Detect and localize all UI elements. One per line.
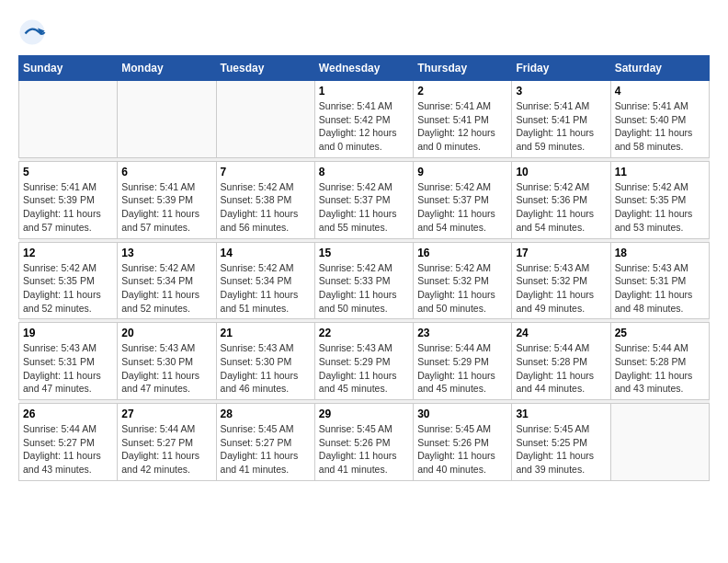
logo-icon bbox=[18, 18, 46, 46]
calendar-cell bbox=[216, 81, 314, 158]
day-number: 5 bbox=[23, 166, 113, 178]
page-header bbox=[18, 18, 710, 46]
calendar-header-tuesday: Tuesday bbox=[216, 56, 314, 81]
calendar-header-friday: Friday bbox=[512, 56, 610, 81]
day-info: Sunrise: 5:41 AM Sunset: 5:41 PM Dayligh… bbox=[417, 99, 507, 154]
calendar-table: SundayMondayTuesdayWednesdayThursdayFrid… bbox=[18, 55, 710, 481]
day-info: Sunrise: 5:42 AM Sunset: 5:38 PM Dayligh… bbox=[221, 180, 311, 235]
day-info: Sunrise: 5:44 AM Sunset: 5:29 PM Dayligh… bbox=[417, 341, 507, 396]
calendar-cell: 16Sunrise: 5:42 AM Sunset: 5:32 PM Dayli… bbox=[414, 242, 512, 319]
day-number: 15 bbox=[319, 247, 409, 259]
day-number: 9 bbox=[417, 166, 507, 178]
day-number: 7 bbox=[221, 166, 311, 178]
calendar-cell: 10Sunrise: 5:42 AM Sunset: 5:36 PM Dayli… bbox=[512, 161, 610, 238]
calendar-cell: 28Sunrise: 5:45 AM Sunset: 5:27 PM Dayli… bbox=[216, 404, 314, 481]
day-number: 22 bbox=[319, 327, 409, 339]
calendar-cell: 8Sunrise: 5:42 AM Sunset: 5:37 PM Daylig… bbox=[314, 161, 413, 238]
day-info: Sunrise: 5:44 AM Sunset: 5:27 PM Dayligh… bbox=[121, 422, 211, 477]
calendar-header-sunday: Sunday bbox=[19, 56, 118, 81]
calendar-cell: 7Sunrise: 5:42 AM Sunset: 5:38 PM Daylig… bbox=[216, 161, 314, 238]
calendar-header-saturday: Saturday bbox=[610, 56, 709, 81]
day-info: Sunrise: 5:44 AM Sunset: 5:28 PM Dayligh… bbox=[615, 341, 705, 396]
day-info: Sunrise: 5:42 AM Sunset: 5:33 PM Dayligh… bbox=[319, 261, 409, 316]
calendar-cell: 13Sunrise: 5:42 AM Sunset: 5:34 PM Dayli… bbox=[118, 242, 216, 319]
calendar-cell: 3Sunrise: 5:41 AM Sunset: 5:41 PM Daylig… bbox=[512, 81, 610, 158]
day-info: Sunrise: 5:45 AM Sunset: 5:27 PM Dayligh… bbox=[221, 422, 311, 477]
day-number: 19 bbox=[23, 327, 113, 339]
calendar-cell: 6Sunrise: 5:41 AM Sunset: 5:39 PM Daylig… bbox=[118, 161, 216, 238]
day-number: 13 bbox=[121, 247, 211, 259]
day-number: 8 bbox=[319, 166, 409, 178]
day-info: Sunrise: 5:42 AM Sunset: 5:37 PM Dayligh… bbox=[417, 180, 507, 235]
day-number: 6 bbox=[121, 166, 211, 178]
calendar-cell: 4Sunrise: 5:41 AM Sunset: 5:40 PM Daylig… bbox=[610, 81, 709, 158]
calendar-header-row: SundayMondayTuesdayWednesdayThursdayFrid… bbox=[19, 56, 710, 81]
day-number: 27 bbox=[121, 408, 211, 420]
calendar-cell: 20Sunrise: 5:43 AM Sunset: 5:30 PM Dayli… bbox=[118, 323, 216, 400]
day-number: 11 bbox=[615, 166, 705, 178]
day-info: Sunrise: 5:41 AM Sunset: 5:40 PM Dayligh… bbox=[615, 99, 705, 154]
calendar-cell: 21Sunrise: 5:43 AM Sunset: 5:30 PM Dayli… bbox=[216, 323, 314, 400]
day-info: Sunrise: 5:44 AM Sunset: 5:28 PM Dayligh… bbox=[516, 341, 606, 396]
calendar-cell bbox=[118, 81, 216, 158]
day-info: Sunrise: 5:43 AM Sunset: 5:31 PM Dayligh… bbox=[23, 341, 113, 396]
day-info: Sunrise: 5:45 AM Sunset: 5:26 PM Dayligh… bbox=[417, 422, 507, 477]
day-info: Sunrise: 5:45 AM Sunset: 5:26 PM Dayligh… bbox=[319, 422, 409, 477]
calendar-cell: 24Sunrise: 5:44 AM Sunset: 5:28 PM Dayli… bbox=[512, 323, 610, 400]
day-info: Sunrise: 5:42 AM Sunset: 5:37 PM Dayligh… bbox=[319, 180, 409, 235]
calendar-cell: 11Sunrise: 5:42 AM Sunset: 5:35 PM Dayli… bbox=[610, 161, 709, 238]
day-number: 12 bbox=[23, 247, 113, 259]
day-info: Sunrise: 5:43 AM Sunset: 5:30 PM Dayligh… bbox=[121, 341, 211, 396]
day-number: 3 bbox=[516, 85, 606, 98]
day-info: Sunrise: 5:42 AM Sunset: 5:32 PM Dayligh… bbox=[417, 261, 507, 316]
day-info: Sunrise: 5:41 AM Sunset: 5:41 PM Dayligh… bbox=[516, 99, 606, 154]
day-number: 30 bbox=[417, 408, 507, 420]
day-info: Sunrise: 5:42 AM Sunset: 5:35 PM Dayligh… bbox=[615, 180, 705, 235]
day-info: Sunrise: 5:41 AM Sunset: 5:39 PM Dayligh… bbox=[23, 180, 113, 235]
calendar-week-row: 19Sunrise: 5:43 AM Sunset: 5:31 PM Dayli… bbox=[19, 323, 710, 400]
day-info: Sunrise: 5:43 AM Sunset: 5:31 PM Dayligh… bbox=[615, 261, 705, 316]
day-number: 28 bbox=[221, 408, 311, 420]
calendar-cell: 22Sunrise: 5:43 AM Sunset: 5:29 PM Dayli… bbox=[314, 323, 413, 400]
calendar-cell: 5Sunrise: 5:41 AM Sunset: 5:39 PM Daylig… bbox=[19, 161, 118, 238]
day-info: Sunrise: 5:41 AM Sunset: 5:39 PM Dayligh… bbox=[121, 180, 211, 235]
day-number: 31 bbox=[516, 408, 606, 420]
calendar-week-row: 5Sunrise: 5:41 AM Sunset: 5:39 PM Daylig… bbox=[19, 161, 710, 238]
calendar-cell: 12Sunrise: 5:42 AM Sunset: 5:35 PM Dayli… bbox=[19, 242, 118, 319]
calendar-cell: 1Sunrise: 5:41 AM Sunset: 5:42 PM Daylig… bbox=[314, 81, 413, 158]
day-number: 26 bbox=[23, 408, 113, 420]
day-number: 23 bbox=[417, 327, 507, 339]
calendar-cell: 19Sunrise: 5:43 AM Sunset: 5:31 PM Dayli… bbox=[19, 323, 118, 400]
calendar-cell: 27Sunrise: 5:44 AM Sunset: 5:27 PM Dayli… bbox=[118, 404, 216, 481]
day-number: 14 bbox=[221, 247, 311, 259]
day-number: 16 bbox=[417, 247, 507, 259]
day-number: 24 bbox=[516, 327, 606, 339]
calendar-cell: 2Sunrise: 5:41 AM Sunset: 5:41 PM Daylig… bbox=[414, 81, 512, 158]
calendar-cell: 15Sunrise: 5:42 AM Sunset: 5:33 PM Dayli… bbox=[314, 242, 413, 319]
calendar-cell: 23Sunrise: 5:44 AM Sunset: 5:29 PM Dayli… bbox=[414, 323, 512, 400]
day-info: Sunrise: 5:42 AM Sunset: 5:35 PM Dayligh… bbox=[23, 261, 113, 316]
logo bbox=[18, 18, 50, 46]
calendar-header-wednesday: Wednesday bbox=[314, 56, 413, 81]
calendar-cell: 18Sunrise: 5:43 AM Sunset: 5:31 PM Dayli… bbox=[610, 242, 709, 319]
calendar-week-row: 1Sunrise: 5:41 AM Sunset: 5:42 PM Daylig… bbox=[19, 81, 710, 158]
day-info: Sunrise: 5:45 AM Sunset: 5:25 PM Dayligh… bbox=[516, 422, 606, 477]
calendar-week-row: 26Sunrise: 5:44 AM Sunset: 5:27 PM Dayli… bbox=[19, 404, 710, 481]
day-info: Sunrise: 5:42 AM Sunset: 5:36 PM Dayligh… bbox=[516, 180, 606, 235]
calendar-cell: 9Sunrise: 5:42 AM Sunset: 5:37 PM Daylig… bbox=[414, 161, 512, 238]
day-info: Sunrise: 5:43 AM Sunset: 5:30 PM Dayligh… bbox=[221, 341, 311, 396]
calendar-header-monday: Monday bbox=[118, 56, 216, 81]
calendar-week-row: 12Sunrise: 5:42 AM Sunset: 5:35 PM Dayli… bbox=[19, 242, 710, 319]
day-number: 21 bbox=[221, 327, 311, 339]
day-info: Sunrise: 5:43 AM Sunset: 5:29 PM Dayligh… bbox=[319, 341, 409, 396]
calendar-cell bbox=[610, 404, 709, 481]
day-number: 18 bbox=[615, 247, 705, 259]
calendar-cell: 31Sunrise: 5:45 AM Sunset: 5:25 PM Dayli… bbox=[512, 404, 610, 481]
calendar-cell: 17Sunrise: 5:43 AM Sunset: 5:32 PM Dayli… bbox=[512, 242, 610, 319]
day-info: Sunrise: 5:41 AM Sunset: 5:42 PM Dayligh… bbox=[319, 99, 409, 154]
calendar-header-thursday: Thursday bbox=[414, 56, 512, 81]
day-info: Sunrise: 5:43 AM Sunset: 5:32 PM Dayligh… bbox=[516, 261, 606, 316]
day-number: 1 bbox=[319, 85, 409, 98]
day-number: 25 bbox=[615, 327, 705, 339]
calendar-cell: 14Sunrise: 5:42 AM Sunset: 5:34 PM Dayli… bbox=[216, 242, 314, 319]
